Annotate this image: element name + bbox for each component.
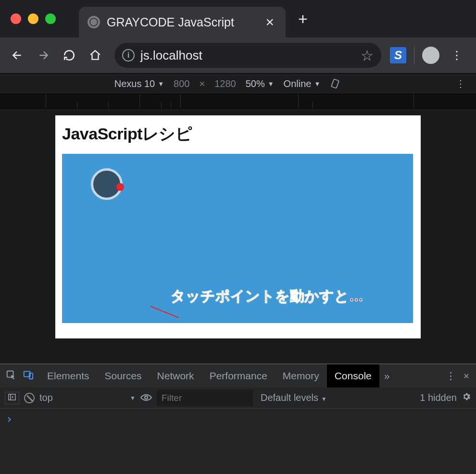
- viewport: JavaScriptレシピ タッチポイントを動かすと…: [0, 109, 476, 363]
- window-controls: [0, 13, 66, 24]
- rotate-button[interactable]: [325, 78, 345, 89]
- browser-tab[interactable]: GRAYCODE JavaScript ×: [79, 7, 286, 37]
- live-expression-icon[interactable]: [140, 392, 152, 404]
- tab-memory[interactable]: Memory: [275, 364, 327, 387]
- levels-select[interactable]: Default levels ▼: [261, 392, 327, 403]
- network-select[interactable]: Online ▼: [279, 78, 326, 89]
- zoom-value: 50%: [246, 78, 265, 89]
- profile-avatar-icon[interactable]: [422, 47, 439, 64]
- zoom-select[interactable]: 50% ▼: [241, 78, 279, 89]
- touch-point-icon[interactable]: [91, 168, 123, 200]
- chevron-down-icon: ▼: [321, 396, 327, 402]
- console-toolbar: top ▼ Default levels ▼ 1 hidden: [0, 387, 476, 409]
- devtools-close-icon[interactable]: ×: [463, 370, 469, 382]
- close-tab-icon[interactable]: ×: [263, 14, 277, 30]
- tab-elements[interactable]: Elements: [39, 364, 97, 387]
- context-select[interactable]: top ▼: [39, 392, 136, 403]
- clear-console-icon[interactable]: [24, 393, 35, 403]
- annotation-text: タッチポイントを動かすと…: [171, 287, 363, 306]
- filter-input[interactable]: [157, 390, 253, 406]
- emulated-page[interactable]: JavaScriptレシピ タッチポイントを動かすと…: [55, 115, 421, 338]
- bookmark-icon[interactable]: ☆: [361, 47, 374, 64]
- new-tab-button[interactable]: +: [286, 10, 320, 28]
- device-name: Nexus 10: [114, 78, 155, 89]
- ruler: [0, 94, 476, 109]
- console-prompt-icon: ›: [6, 412, 13, 426]
- home-button[interactable]: [85, 45, 106, 66]
- tab-performance[interactable]: Performance: [202, 364, 275, 387]
- svg-rect-0: [331, 79, 339, 88]
- viewport-height[interactable]: 1280: [210, 78, 241, 89]
- context-value: top: [39, 392, 53, 403]
- toggle-device-icon[interactable]: [23, 370, 34, 383]
- svg-rect-4: [9, 394, 15, 400]
- minimize-window-icon[interactable]: [28, 13, 38, 24]
- network-value: Online: [284, 78, 312, 89]
- dimension-x: ×: [194, 78, 210, 89]
- inspect-icon[interactable]: [6, 370, 16, 383]
- close-window-icon[interactable]: [11, 13, 21, 24]
- back-button[interactable]: [7, 45, 28, 66]
- omnibox[interactable]: i js.localhost ☆: [114, 43, 381, 68]
- zoom-window-icon[interactable]: [45, 13, 56, 24]
- chevron-down-icon: ▼: [158, 80, 164, 87]
- chevron-down-icon: ▼: [314, 80, 320, 87]
- reload-button[interactable]: [59, 45, 80, 66]
- forward-button[interactable]: [33, 45, 54, 66]
- device-toolbar-menu[interactable]: ⋮: [451, 78, 472, 89]
- tab-title: GRAYCODE JavaScript: [107, 15, 256, 29]
- tab-sources[interactable]: Sources: [97, 364, 150, 387]
- tab-console[interactable]: Console: [327, 364, 379, 387]
- viewport-width[interactable]: 800: [169, 78, 194, 89]
- console-sidebar-toggle-icon[interactable]: [5, 392, 19, 404]
- tab-network[interactable]: Network: [150, 364, 202, 387]
- devtools-tabs: Elements Sources Network Performance Mem…: [0, 363, 476, 387]
- hidden-count[interactable]: 1 hidden: [420, 392, 457, 403]
- browser-menu-icon[interactable]: ⋮: [444, 49, 469, 62]
- address-bar: i js.localhost ☆ S ⋮: [0, 37, 476, 73]
- url-text: js.localhost: [140, 48, 202, 63]
- extension-icon[interactable]: S: [390, 47, 406, 63]
- page-heading: JavaScriptレシピ: [62, 123, 414, 145]
- chevron-down-icon: ▼: [130, 395, 136, 401]
- device-select[interactable]: Nexus 10 ▼: [110, 78, 169, 89]
- globe-icon: [88, 16, 100, 28]
- devtools-menu-icon[interactable]: ⋮: [446, 370, 456, 382]
- separator: [414, 47, 414, 64]
- tabs-overflow-icon[interactable]: »: [379, 370, 395, 382]
- site-info-icon[interactable]: i: [122, 49, 135, 62]
- levels-value: Default levels: [261, 392, 318, 403]
- svg-point-6: [145, 396, 148, 399]
- chevron-down-icon: ▼: [268, 80, 274, 87]
- tab-strip: GRAYCODE JavaScript × +: [0, 0, 476, 37]
- console-output[interactable]: ›: [0, 409, 476, 474]
- console-settings-icon[interactable]: [462, 392, 471, 404]
- device-toolbar: Nexus 10 ▼ 800 × 1280 50% ▼ Online ▼ ⋮: [0, 73, 476, 94]
